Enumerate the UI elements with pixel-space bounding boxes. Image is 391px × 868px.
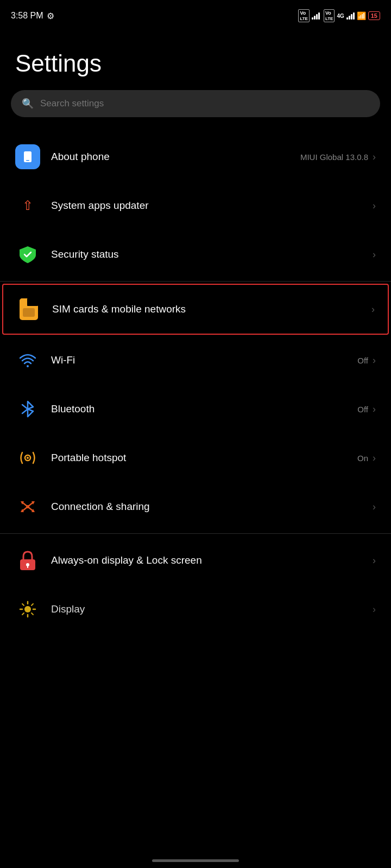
svg-line-22 (22, 604, 24, 605)
settings-item-system-apps[interactable]: ⇧ System apps updater › (0, 181, 391, 230)
svg-rect-5 (23, 308, 35, 317)
lock-screen-chevron: › (373, 555, 376, 566)
settings-item-connection[interactable]: Connection & sharing › (0, 482, 391, 531)
bluetooth-label: Bluetooth (51, 403, 94, 414)
hotspot-label: Portable hotspot (51, 452, 126, 463)
svg-rect-3 (20, 298, 27, 306)
settings-item-hotspot[interactable]: Portable hotspot On › (0, 433, 391, 482)
sim-icon-wrapper (16, 297, 41, 322)
wifi-status: Off (357, 356, 368, 365)
wifi-icon-wrapper (15, 348, 40, 373)
display-right: › (370, 604, 376, 615)
display-icon-wrapper (15, 597, 40, 622)
sim-chevron: › (371, 304, 375, 315)
connection-right: › (370, 501, 376, 513)
hotspot-chevron: › (373, 452, 376, 464)
lock-screen-content: Always-on display & Lock screen (51, 554, 370, 566)
display-svg (18, 599, 37, 619)
settings-item-bluetooth[interactable]: Bluetooth Off › (0, 385, 391, 433)
system-apps-label: System apps updater (51, 200, 149, 211)
security-chevron: › (373, 249, 376, 260)
display-chevron: › (373, 604, 376, 615)
connection-chevron: › (373, 501, 376, 513)
bluetooth-chevron: › (373, 404, 376, 415)
search-icon: 🔍 (22, 98, 34, 110)
sim-svg (18, 297, 39, 321)
hotspot-content: Portable hotspot (51, 452, 357, 464)
about-phone-version: MIUI Global 13.0.8 (300, 152, 368, 162)
hotspot-icon-wrapper (15, 445, 40, 470)
wifi-svg (18, 350, 37, 370)
divider-2 (0, 533, 391, 534)
lock-screen-label: Always-on display & Lock screen (51, 554, 202, 566)
hotspot-status: On (357, 454, 368, 463)
svg-line-24 (31, 604, 33, 605)
svg-line-23 (31, 613, 33, 615)
bluetooth-right: Off › (357, 404, 376, 415)
display-content: Display (51, 603, 370, 615)
settings-item-sim[interactable]: SIM cards & mobile networks › (2, 284, 389, 335)
svg-point-8 (27, 457, 29, 459)
settings-item-wifi[interactable]: Wi-Fi Off › (0, 336, 391, 385)
settings-list: About phone MIUI Global 13.0.8 › ⇧ Syste… (0, 132, 391, 634)
signal1-bars (312, 12, 320, 20)
wifi-content: Wi-Fi (51, 354, 357, 366)
settings-item-about-phone[interactable]: About phone MIUI Global 13.0.8 › (0, 132, 391, 181)
bluetooth-icon-wrapper (15, 397, 40, 422)
search-input[interactable] (40, 98, 369, 109)
bottom-bar (0, 853, 391, 868)
status-bar: 3:58 PM ⚙ VoLTE VoLTE 4G 📶 15 (0, 0, 391, 28)
sim-content: SIM cards & mobile networks (52, 303, 369, 315)
page-title: Settings (0, 28, 391, 90)
wifi-right: Off › (357, 355, 376, 366)
svg-rect-4 (27, 298, 38, 306)
system-apps-content: System apps updater (51, 200, 370, 212)
svg-rect-16 (27, 565, 28, 568)
about-phone-chevron: › (373, 151, 376, 163)
home-indicator[interactable] (152, 859, 239, 862)
connection-content: Connection & sharing (51, 501, 370, 513)
volte1-icon: VoLTE (298, 9, 310, 22)
display-label: Display (51, 603, 85, 615)
about-phone-label: About phone (51, 151, 110, 162)
security-right: › (370, 249, 376, 260)
settings-item-security[interactable]: Security status › (0, 230, 391, 279)
wifi-label: Wi-Fi (51, 354, 75, 366)
about-phone-content: About phone (51, 151, 300, 163)
4g-icon: 4G (337, 13, 344, 19)
wifi-status-icon: 📶 (357, 11, 366, 20)
lock-svg (18, 550, 37, 571)
connection-icon-wrapper (15, 494, 40, 519)
phone-svg (21, 150, 34, 163)
settings-item-display[interactable]: Display › (0, 585, 391, 634)
system-apps-chevron: › (373, 200, 376, 212)
system-apps-right: › (370, 200, 376, 212)
divider-1 (0, 281, 391, 282)
connection-label: Connection & sharing (51, 501, 150, 512)
hotspot-right: On › (357, 452, 376, 464)
lock-icon-wrapper (15, 548, 40, 573)
about-phone-icon (15, 144, 40, 169)
security-label: Security status (51, 248, 119, 260)
wifi-chevron: › (373, 355, 376, 366)
hotspot-svg (18, 448, 37, 468)
update-arrow-icon: ⇧ (22, 198, 33, 213)
svg-point-17 (24, 606, 31, 612)
svg-point-6 (27, 365, 29, 367)
security-content: Security status (51, 248, 370, 260)
gear-icon: ⚙ (47, 11, 54, 21)
status-time: 3:58 PM ⚙ (11, 11, 54, 21)
battery-indicator: 15 (368, 11, 380, 20)
connection-svg (18, 497, 37, 516)
search-bar[interactable]: 🔍 (11, 90, 380, 117)
svg-point-13 (26, 505, 29, 508)
lock-screen-right: › (370, 555, 376, 566)
bluetooth-svg (19, 399, 36, 419)
bluetooth-status: Off (357, 405, 368, 414)
sim-right: › (369, 304, 375, 315)
settings-item-lock-screen[interactable]: Always-on display & Lock screen › (0, 536, 391, 585)
bluetooth-content: Bluetooth (51, 403, 357, 415)
clock: 3:58 PM (11, 11, 43, 21)
system-apps-icon: ⇧ (15, 193, 40, 218)
svg-line-25 (22, 613, 24, 615)
